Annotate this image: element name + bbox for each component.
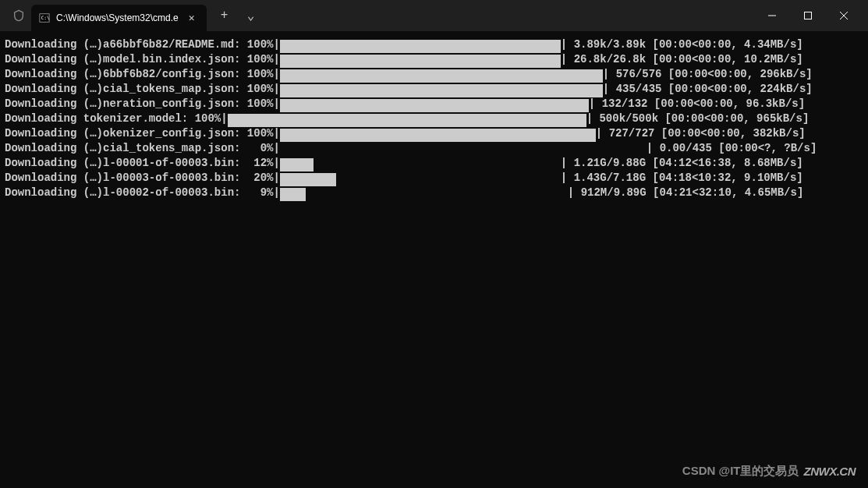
minimize-button[interactable] xyxy=(754,3,790,28)
maximize-button[interactable] xyxy=(790,3,826,28)
progress-bar xyxy=(280,55,561,68)
tab-dropdown-button[interactable]: ⌄ xyxy=(239,4,263,27)
tab-close-button[interactable]: ✕ xyxy=(185,10,199,26)
progress-fill xyxy=(280,188,306,201)
progress-bar xyxy=(280,99,589,112)
download-stats: | 435/435 [00:00<00:00, 224kB/s] xyxy=(603,82,813,97)
watermark: CSDN @IT里的交易员 ZNWX.CN xyxy=(682,464,856,479)
new-tab-button[interactable]: + xyxy=(213,4,236,27)
download-label: Downloading (…)cial_tokens_map.json: 100… xyxy=(5,82,280,97)
download-row: Downloading tokenizer.model: 100%|| 500k… xyxy=(5,111,863,126)
download-row: Downloading (…)l-00002-of-00003.bin: 9%|… xyxy=(5,186,863,200)
download-label: Downloading (…)l-00001-of-00003.bin: 12%… xyxy=(5,156,280,171)
download-row: Downloading (…)cial_tokens_map.json: 0%|… xyxy=(5,141,863,156)
download-stats: | 500k/500k [00:00<00:00, 965kB/s] xyxy=(586,111,810,126)
download-row: Downloading (…)cial_tokens_map.json: 100… xyxy=(5,82,863,97)
progress-bar xyxy=(280,143,647,157)
download-stats: | 3.89k/3.89k [00:00<00:00, 4.34MB/s] xyxy=(561,37,803,52)
download-label: Downloading (…)cial_tokens_map.json: 0%| xyxy=(5,141,280,156)
download-label: Downloading tokenizer.model: 100%| xyxy=(5,111,228,126)
svg-rect-3 xyxy=(805,12,812,19)
cmd-icon: C:\ xyxy=(39,12,50,23)
download-label: Downloading (…)l-00002-of-00003.bin: 9%| xyxy=(5,186,280,200)
progress-bar xyxy=(280,84,603,97)
titlebar: C:\ C:\Windows\System32\cmd.e ✕ + ⌄ xyxy=(0,0,868,31)
progress-bar xyxy=(280,158,561,172)
tab-actions: + ⌄ xyxy=(213,4,263,27)
download-stats: | 576/576 [00:00<00:00, 296kB/s] xyxy=(603,67,813,82)
window-controls xyxy=(754,0,862,31)
watermark-text: CSDN @IT里的交易员 xyxy=(682,464,799,479)
progress-bar xyxy=(280,129,596,142)
titlebar-left: C:\ C:\Windows\System32\cmd.e ✕ + ⌄ xyxy=(6,0,263,31)
progress-fill xyxy=(280,158,314,172)
download-stats: | 0.00/435 [00:00<?, ?B/s] xyxy=(647,141,817,156)
download-stats: | 132/132 [00:00<00:00, 96.3kB/s] xyxy=(589,97,805,111)
download-row: Downloading (…)a66bbf6b82/README.md: 100… xyxy=(5,37,863,52)
close-button[interactable] xyxy=(826,3,862,28)
progress-fill xyxy=(280,99,589,112)
svg-text:C:\: C:\ xyxy=(41,15,50,20)
progress-bar xyxy=(280,69,603,83)
download-label: Downloading (…)a66bbf6b82/README.md: 100… xyxy=(5,37,280,52)
download-row: Downloading (…)6bbf6b82/config.json: 100… xyxy=(5,67,863,82)
progress-fill xyxy=(280,84,603,97)
download-row: Downloading (…)neration_config.json: 100… xyxy=(5,97,863,111)
progress-fill xyxy=(228,114,586,127)
progress-fill xyxy=(280,129,596,142)
download-label: Downloading (…)okenizer_config.json: 100… xyxy=(5,126,280,141)
download-label: Downloading (…)model.bin.index.json: 100… xyxy=(5,52,280,67)
download-stats: | 1.43G/7.18G [04:18<10:32, 9.10MB/s] xyxy=(561,171,803,186)
download-row: Downloading (…)l-00003-of-00003.bin: 20%… xyxy=(5,171,863,186)
progress-fill xyxy=(280,69,603,83)
download-stats: | 26.8k/26.8k [00:00<00:00, 10.2MB/s] xyxy=(561,52,803,67)
progress-bar xyxy=(228,114,586,127)
download-row: Downloading (…)model.bin.index.json: 100… xyxy=(5,52,863,67)
download-label: Downloading (…)6bbf6b82/config.json: 100… xyxy=(5,67,280,82)
download-label: Downloading (…)l-00003-of-00003.bin: 20%… xyxy=(5,171,280,186)
terminal-output: Downloading (…)a66bbf6b82/README.md: 100… xyxy=(0,31,868,207)
download-row: Downloading (…)l-00001-of-00003.bin: 12%… xyxy=(5,156,863,171)
progress-fill xyxy=(280,173,336,186)
download-row: Downloading (…)okenizer_config.json: 100… xyxy=(5,126,863,141)
download-stats: | 1.21G/9.88G [04:12<16:38, 8.68MB/s] xyxy=(561,156,803,171)
active-tab[interactable]: C:\ C:\Windows\System32\cmd.e ✕ xyxy=(31,5,207,31)
shield-icon xyxy=(11,8,27,23)
progress-fill xyxy=(280,40,561,53)
progress-bar xyxy=(280,188,568,201)
download-stats: | 912M/9.89G [04:21<32:10, 4.65MB/s] xyxy=(568,186,803,200)
download-stats: | 727/727 [00:00<00:00, 382kB/s] xyxy=(596,126,806,141)
tab-title: C:\Windows\System32\cmd.e xyxy=(56,12,179,23)
progress-bar xyxy=(280,173,561,186)
download-label: Downloading (…)neration_config.json: 100… xyxy=(5,97,280,111)
progress-fill xyxy=(280,55,561,68)
watermark-logo: ZNWX.CN xyxy=(804,465,856,478)
progress-bar xyxy=(280,40,561,53)
